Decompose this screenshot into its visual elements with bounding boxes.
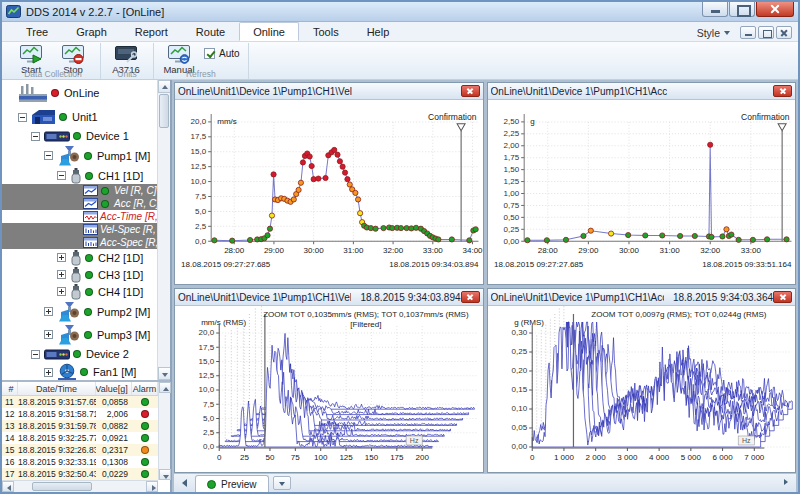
tree-item-label: Pump3 [M] [97, 329, 150, 341]
tree-scrollbar[interactable] [157, 80, 170, 380]
expand-icon[interactable] [44, 368, 53, 377]
m-line-icon [83, 198, 98, 209]
table-row[interactable]: 1618.8.2015 9:32:33.1950,1308 [2, 456, 158, 468]
mdi-minimize-button[interactable] [740, 26, 756, 39]
chart-canvas-vel-spec[interactable]: 0,02,55,07,510,012,515,017,520,002550751… [175, 306, 483, 472]
scrollbar-thumb[interactable] [159, 94, 169, 128]
column-header-date-time[interactable]: Date/Time [18, 382, 96, 395]
tree-item-ch4-1d[interactable]: CH4 [1D] [2, 283, 157, 300]
table-row[interactable]: 1218.8.2015 9:31:58.7192,006 [2, 408, 158, 420]
collapse-icon[interactable] [44, 151, 53, 160]
column-header-[interactable]: # [2, 382, 18, 395]
menu-tab-online[interactable]: Online [239, 22, 299, 41]
tree-item-vel-spec-r-c[interactable]: Vel-Spec [R, C] [2, 223, 157, 236]
table-vscrollbar[interactable] [158, 382, 170, 480]
panel-title: OnLine\Unit1\Device 1\Pump1\CH1\Acc-Spec [491, 292, 664, 303]
expand-icon[interactable] [44, 307, 53, 316]
cell-alarm [132, 458, 158, 466]
table-hscrollbar[interactable] [2, 480, 158, 492]
mdi-restore-button[interactable] [758, 26, 774, 39]
menu-tab-graph[interactable]: Graph [62, 22, 121, 41]
tree-item-pump2-m[interactable]: Pump2 [M] [2, 300, 157, 323]
tree-item-pump3-m[interactable]: Pump3 [M] [2, 323, 157, 346]
expand-icon[interactable] [57, 253, 66, 262]
panel-close-button[interactable] [773, 291, 792, 303]
tree-item-online[interactable]: OnLine [2, 80, 157, 106]
tree-item-acc-spec-r-c[interactable]: Acc-Spec [R, C] [2, 236, 157, 249]
titlebar: DDS 2014 v 2.2.7 - [OnLine] [2, 2, 798, 22]
alarm-dot-green [141, 458, 149, 466]
scrollbar-thumb[interactable] [32, 482, 92, 491]
collapse-icon[interactable] [18, 113, 27, 122]
tree-item-device-2[interactable]: Device 2 [2, 346, 157, 362]
expand-icon[interactable] [44, 330, 53, 339]
tab-scroll-right-icon[interactable] [782, 478, 792, 488]
chart-canvas-acc-spec[interactable]: 0,000,050,100,150,200,250,3001 0002 0003… [488, 306, 796, 472]
table-row[interactable]: 1118.8.2015 9:31:57.6590,0858 [2, 396, 158, 408]
tab-preview[interactable]: Preview [195, 475, 269, 492]
svg-text:150: 150 [365, 453, 379, 462]
panel-close-button[interactable] [773, 85, 792, 97]
column-header-alarm[interactable]: Alarm [132, 382, 158, 395]
tree-item-device-1[interactable]: Device 1 [2, 128, 157, 144]
window-close-button[interactable] [756, 2, 794, 17]
tab-scroll-left-icon[interactable] [178, 476, 192, 490]
scroll-right-arrow-icon[interactable] [146, 481, 158, 492]
menu-tab-tree[interactable]: Tree [12, 22, 62, 41]
column-header-value-g[interactable]: Value[g] [96, 382, 132, 395]
tree-item-acc-time-r-c[interactable]: Acc-Time [R, C] [2, 210, 157, 223]
style-dropdown[interactable]: Style [697, 27, 730, 39]
scroll-left-arrow-icon[interactable] [2, 481, 14, 492]
svg-text:33:00: 33:00 [740, 246, 761, 255]
svg-text:5,0: 5,0 [195, 207, 207, 216]
mdi-close-button[interactable] [776, 26, 792, 39]
table-row[interactable]: 1318.8.2015 9:31:59.7800,0882 [2, 420, 158, 432]
svg-text:7 000: 7 000 [744, 453, 765, 462]
svg-text:2,00: 2,00 [503, 141, 519, 150]
tree-item-unit1[interactable]: Unit1 [2, 106, 157, 128]
menu-tab-report[interactable]: Report [121, 22, 182, 41]
window-maximize-button[interactable] [729, 2, 755, 17]
collapse-icon[interactable] [57, 171, 66, 180]
monitor-refresh-icon [166, 44, 192, 64]
tree-item-fan1-m[interactable]: Fan1 [M] [2, 362, 157, 380]
menu-tab-tools[interactable]: Tools [299, 22, 353, 41]
cell-num: 16 [2, 457, 18, 467]
status-dot-green [84, 331, 92, 339]
menu-tab-help[interactable]: Help [353, 22, 404, 41]
svg-text:34:00: 34:00 [462, 246, 482, 255]
tab-menu-button[interactable] [273, 476, 291, 490]
table-row[interactable]: 1418.8.2015 9:32:25.7700,0921 [2, 432, 158, 444]
expand-icon[interactable] [57, 287, 66, 296]
tree-item-vel-r-c[interactable]: Vel [R, C] [2, 184, 157, 197]
tree-item-pump1-m[interactable]: Pump1 [M] [2, 144, 157, 167]
svg-text:125: 125 [339, 453, 353, 462]
scroll-down-arrow-icon[interactable] [158, 367, 170, 380]
tree-item-ch1-1d[interactable]: CH1 [1D] [2, 167, 157, 184]
tree-item-ch2-1d[interactable]: CH2 [1D] [2, 249, 157, 266]
collapse-icon[interactable] [31, 132, 40, 141]
collapse-icon[interactable] [31, 350, 40, 359]
alarm-dot-green [141, 422, 149, 430]
scroll-down-arrow-icon[interactable] [159, 469, 171, 480]
table-row[interactable]: 1518.8.2015 9:32:26.8310,2317 [2, 444, 158, 456]
menu-tab-route[interactable]: Route [182, 22, 239, 41]
panel-header: OnLine\Unit1\Device 1\Pump1\CH1\Acc-Spec… [488, 289, 796, 306]
chart-canvas-acc-trend[interactable]: 0,000,250,500,751,001,251,501,752,002,25… [488, 100, 796, 284]
table-row[interactable]: 1718.8.2015 9:32:50.4340,0229 [2, 468, 158, 480]
panel-close-button[interactable] [461, 85, 480, 97]
m-line-icon [83, 185, 98, 196]
tree-item-ch3-1d[interactable]: CH3 [1D] [2, 266, 157, 283]
scroll-up-arrow-icon[interactable] [158, 80, 170, 93]
svg-text:ZOOM TOT 0,0097g (RMS); TOT 0,: ZOOM TOT 0,0097g (RMS); TOT 0,0244g (RMS… [591, 310, 766, 319]
expand-icon[interactable] [57, 270, 66, 279]
panel-close-button[interactable] [461, 291, 480, 303]
alarm-dot-green [141, 398, 149, 406]
auto-checkbox[interactable]: Auto [204, 47, 240, 60]
chart-canvas-vel-trend[interactable]: 0,02,55,07,510,012,515,017,520,028:0029:… [175, 100, 483, 284]
tree-item-label: CH2 [1D] [98, 252, 143, 264]
window-minimize-button[interactable] [702, 2, 728, 17]
tree-item-acc-r-c[interactable]: Acc [R, C] [2, 197, 157, 210]
scroll-up-arrow-icon[interactable] [159, 382, 171, 393]
checkbox-checked-icon[interactable] [204, 48, 215, 59]
